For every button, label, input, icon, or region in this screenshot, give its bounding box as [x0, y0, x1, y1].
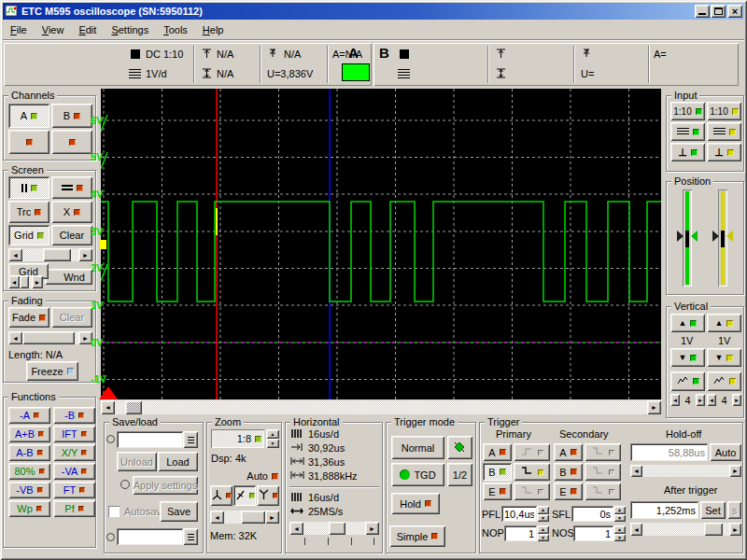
scope-h-scrollbar[interactable]: ◄ ►: [101, 400, 661, 414]
tab-wnd[interactable]: Wnd: [45, 269, 92, 285]
channel-a-color-box[interactable]: [342, 63, 370, 81]
dual-trace-button[interactable]: [51, 176, 92, 199]
ground-a-button[interactable]: ⊥: [670, 143, 705, 161]
holdoff-auto-button[interactable]: Auto: [710, 443, 741, 461]
xy-button[interactable]: X: [51, 201, 92, 223]
position-thumb-b[interactable]: [712, 231, 719, 242]
file2-list-button[interactable]: [183, 528, 198, 545]
primary-b-button[interactable]: B: [483, 463, 512, 481]
after-trigger-input[interactable]: [630, 501, 698, 519]
nos-input[interactable]: [573, 525, 613, 541]
menu-edit[interactable]: Edit: [71, 21, 104, 37]
pfl-input[interactable]: [501, 506, 537, 522]
menu-file[interactable]: File: [3, 21, 35, 37]
tgd-button[interactable]: TGD: [391, 463, 444, 486]
menu-settings[interactable]: Settings: [104, 21, 156, 37]
scale-down-a-button[interactable]: ▼: [670, 348, 705, 367]
nop-spinner[interactable]: ▲▼: [537, 525, 549, 541]
file1-list-button[interactable]: [183, 431, 198, 448]
function-XY-button[interactable]: X/Y: [53, 444, 95, 461]
function-IFT-button[interactable]: IFT: [53, 426, 95, 442]
position-thumb-b2[interactable]: [726, 231, 733, 242]
holdoff-scrollbar[interactable]: ◄►: [630, 465, 741, 477]
primary-e-edge-button[interactable]: [514, 483, 550, 500]
scale-down-b-button[interactable]: ▼: [707, 348, 741, 367]
primary-e-button[interactable]: E: [483, 483, 512, 500]
window-scrollbar[interactable]: ◄►: [8, 275, 43, 288]
zoom-auto-toggle[interactable]: Auto: [230, 469, 278, 483]
clear-button[interactable]: Clear: [51, 225, 92, 245]
set-button[interactable]: Set: [700, 501, 726, 519]
position-thumb-a2[interactable]: [691, 231, 698, 242]
function-FT-button[interactable]: FT: [53, 482, 95, 498]
grid-scrollbar[interactable]: ◄►: [8, 248, 92, 261]
file1-input[interactable]: [117, 431, 183, 448]
fade-button[interactable]: Fade: [8, 307, 49, 328]
cursor-mode1-button[interactable]: [210, 485, 233, 506]
close-button[interactable]: ×: [727, 5, 742, 18]
apply-settings-button[interactable]: Apply settings: [133, 476, 198, 495]
save-button[interactable]: Save: [160, 501, 198, 522]
title-bar[interactable]: ETC M595 oscilloscope (SN:5950112) ×: [3, 3, 744, 20]
function-AB-button[interactable]: A+B: [8, 426, 50, 442]
noise-b-button[interactable]: [707, 371, 741, 391]
ground-b-button[interactable]: ⊥: [707, 143, 741, 161]
normal-button[interactable]: Normal: [391, 436, 444, 459]
primary-a-edge-button[interactable]: [514, 443, 550, 461]
probe-b-button[interactable]: 1:10: [707, 102, 741, 120]
coupling-a-button[interactable]: [670, 122, 705, 141]
channel-position-marker[interactable]: [100, 240, 106, 249]
secondary-a-button[interactable]: A: [554, 443, 583, 461]
menu-view[interactable]: View: [35, 21, 72, 37]
channel-a-button[interactable]: A: [8, 104, 49, 128]
channel-a2-button[interactable]: [8, 130, 49, 154]
menu-bar[interactable]: FileViewEditSettingsToolsHelp: [3, 21, 744, 39]
scale-up-b-button[interactable]: ▲: [707, 314, 741, 332]
channel-b2-button[interactable]: [51, 130, 92, 154]
cursor-mode2-button[interactable]: [233, 485, 256, 506]
function-AB-button[interactable]: A-B: [8, 444, 50, 461]
position-slider-a[interactable]: [683, 189, 692, 287]
secondary-b-button[interactable]: B: [554, 463, 583, 481]
file2-input[interactable]: [117, 528, 183, 545]
simple-button[interactable]: Simple: [389, 525, 445, 547]
trigger-position-marker[interactable]: [99, 386, 118, 399]
position-slider-b[interactable]: [718, 189, 727, 287]
maximize-button[interactable]: [711, 5, 726, 18]
trc-button[interactable]: Trc: [8, 201, 49, 223]
secondary-b-edge-button[interactable]: [585, 463, 621, 481]
single-flag-button[interactable]: [447, 436, 472, 459]
scope-screen[interactable]: [101, 89, 661, 399]
function-B-button[interactable]: -B: [53, 407, 95, 424]
sfl-input[interactable]: [571, 506, 613, 522]
average-a-spinner[interactable]: ◄4►: [670, 394, 705, 406]
holdoff-input[interactable]: [630, 443, 708, 461]
load-button[interactable]: Load: [158, 452, 198, 471]
zoom-spinner[interactable]: ▲▼: [266, 429, 279, 448]
coupling-b-button[interactable]: [707, 122, 741, 141]
menu-help[interactable]: Help: [195, 21, 232, 37]
function-VA-button[interactable]: -VA: [53, 463, 95, 480]
secondary-e-button[interactable]: E: [554, 483, 583, 500]
position-thumb-a[interactable]: [677, 231, 684, 242]
autosave-checkbox[interactable]: [108, 506, 120, 517]
noise-a-button[interactable]: [670, 371, 705, 391]
scale-up-a-button[interactable]: ▲: [670, 314, 705, 332]
minimize-button[interactable]: [695, 5, 710, 18]
zoom-scrollbar[interactable]: ◄►: [210, 511, 279, 524]
nos-spinner[interactable]: ▲▼: [613, 525, 626, 541]
secondary-e-edge-button[interactable]: [585, 483, 621, 500]
primary-b-edge-button[interactable]: [514, 463, 550, 481]
fade-scrollbar[interactable]: ◄►: [8, 331, 92, 344]
run-pause-button[interactable]: [8, 176, 49, 199]
function-Pf-button[interactable]: Pf: [53, 500, 95, 517]
after-trigger-scrollbar[interactable]: ◄►: [630, 523, 741, 536]
nop-input[interactable]: [504, 525, 537, 541]
timebase-scrollbar[interactable]: ◄►: [289, 522, 379, 535]
scope-scroll-thumb[interactable]: [125, 400, 142, 414]
fade-clear-button[interactable]: Clear: [51, 307, 92, 328]
function-80-button[interactable]: 80%: [8, 463, 50, 480]
sfl-spinner[interactable]: ▲▼: [613, 506, 626, 522]
average-b-spinner[interactable]: ◄4►: [707, 394, 741, 406]
channel-b-button[interactable]: B: [51, 104, 92, 128]
